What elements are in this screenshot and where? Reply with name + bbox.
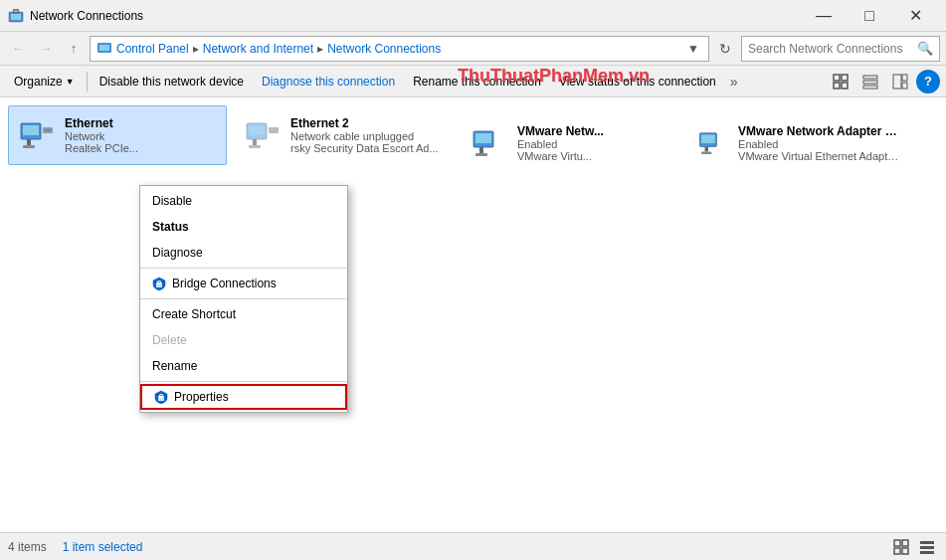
svg-rect-37 [158, 396, 164, 401]
close-button[interactable]: ✕ [892, 0, 938, 32]
vmware-type: Enabled [517, 138, 604, 150]
ethernet2-name: Ethernet 2 [290, 116, 439, 130]
ethernet-item[interactable]: Ethernet Network Realtek PCIe... [8, 105, 227, 165]
vmware-vmnet1-icon [696, 123, 730, 163]
ctx-sep-3 [140, 381, 347, 382]
svg-rect-21 [45, 129, 51, 131]
svg-rect-17 [23, 125, 39, 135]
breadcrumb-control-panel[interactable]: Control Panel [116, 42, 189, 56]
svg-rect-33 [705, 146, 708, 151]
ctx-diagnose[interactable]: Diagnose [140, 240, 347, 266]
svg-rect-39 [894, 540, 900, 546]
ethernet2-item[interactable]: Ethernet 2 Network cable unplugged rsky … [235, 105, 454, 165]
svg-rect-3 [14, 10, 18, 12]
svg-rect-26 [269, 127, 279, 133]
vmware-vmnet1-name: VMware Network Adapter VMnet1 [738, 124, 899, 138]
ctx-properties-label: Properties [174, 390, 229, 404]
ethernet2-adapter: rsky Security Data Escort Ad... [290, 142, 439, 154]
view-options-button[interactable] [827, 68, 854, 95]
svg-rect-7 [842, 75, 848, 81]
vmware-vmnet1-type: Enabled [738, 138, 899, 150]
more-options-button[interactable]: » [726, 68, 742, 95]
svg-rect-34 [701, 152, 711, 155]
watermark: ThuThuatPhanMem.vn [458, 66, 650, 87]
window-title: Network Connections [30, 9, 801, 23]
svg-rect-6 [834, 75, 840, 81]
svg-rect-23 [249, 125, 265, 135]
svg-rect-28 [475, 133, 491, 143]
diagnose-label: Diagnose this connection [262, 75, 395, 89]
svg-rect-1 [11, 14, 21, 20]
svg-rect-10 [863, 76, 877, 79]
ethernet-adapter: Realtek PCIe... [65, 142, 138, 154]
vmware-text: VMware Netw... Enabled VMware Virtu... [517, 124, 604, 162]
window-controls: — □ ✕ [801, 0, 938, 32]
vmware-item[interactable]: VMware Netw... Enabled VMware Virtu... [462, 113, 680, 173]
toolbar-right: ? [827, 68, 940, 95]
ctx-properties[interactable]: Properties [140, 384, 347, 410]
status-bar: 4 items 1 item selected [0, 532, 946, 560]
organize-button[interactable]: Organize ▼ [6, 68, 83, 95]
content-area: Ethernet Network Realtek PCIe... Etherne… [0, 97, 946, 532]
view-preview-button[interactable] [886, 68, 914, 95]
status-list-view-button[interactable] [916, 536, 938, 558]
properties-shield-icon [154, 390, 168, 404]
ctx-bridge-label: Bridge Connections [172, 277, 277, 290]
refresh-button[interactable]: ↻ [713, 36, 737, 62]
ctx-bridge-connections[interactable]: Bridge Connections [140, 271, 347, 296]
up-button[interactable]: ↑ [62, 37, 86, 61]
organize-label: Organize [14, 75, 63, 89]
vmware-vmnet1-adapter: VMware Virtual Ethernet Adapter ... [738, 150, 899, 162]
svg-rect-12 [863, 86, 877, 89]
breadcrumb-network-connections[interactable]: Network Connections [327, 42, 441, 56]
breadcrumb-dropdown-icon[interactable]: ▼ [684, 37, 702, 61]
svg-rect-45 [920, 551, 934, 554]
forward-button[interactable]: → [34, 37, 58, 61]
ctx-sep-1 [140, 268, 347, 269]
vmware-vmnet1-item[interactable]: VMware Network Adapter VMnet1 Enabled VM… [688, 113, 907, 173]
ctx-rename[interactable]: Rename [140, 353, 347, 379]
help-button[interactable]: ? [916, 70, 940, 93]
svg-rect-43 [920, 541, 934, 544]
svg-rect-13 [893, 75, 901, 89]
ethernet-icon [17, 115, 57, 155]
address-bar: ← → ↑ Control Panel ▸ Network and Intern… [0, 32, 946, 66]
items-selected: 1 item selected [63, 540, 143, 554]
svg-rect-11 [863, 81, 877, 84]
vmware-vmnet1-text: VMware Network Adapter VMnet1 Enabled VM… [738, 124, 899, 162]
view-details-button[interactable] [856, 68, 884, 95]
ctx-delete[interactable]: Delete [140, 327, 347, 353]
disable-network-button[interactable]: Disable this network device [92, 68, 252, 95]
svg-rect-30 [475, 153, 487, 156]
svg-rect-15 [902, 83, 907, 89]
search-input[interactable] [748, 42, 917, 56]
ctx-disable[interactable]: Disable [140, 188, 347, 214]
vmware-adapter: VMware Virtu... [517, 150, 604, 162]
svg-rect-32 [701, 134, 715, 143]
maximize-button[interactable]: □ [847, 0, 892, 32]
svg-rect-29 [479, 147, 483, 153]
svg-rect-24 [253, 139, 257, 145]
svg-rect-8 [834, 83, 840, 89]
main-pane: Ethernet Network Realtek PCIe... Etherne… [0, 97, 946, 532]
ctx-sep-2 [140, 298, 347, 299]
diagnose-button[interactable]: Diagnose this connection [254, 68, 403, 95]
ethernet-type: Network [65, 130, 138, 142]
status-view-controls [890, 536, 938, 558]
disable-label: Disable this network device [99, 75, 244, 89]
ctx-status[interactable]: Status [140, 214, 347, 240]
svg-rect-5 [99, 45, 109, 51]
ethernet2-icon [243, 115, 283, 155]
minimize-button[interactable]: — [801, 0, 847, 32]
breadcrumb-bar: Control Panel ▸ Network and Internet ▸ N… [90, 36, 709, 62]
search-icon[interactable]: 🔍 [917, 41, 933, 56]
toolbar-separator-1 [87, 72, 88, 92]
breadcrumb-network-internet[interactable]: Network and Internet [203, 42, 313, 56]
ctx-create-shortcut[interactable]: Create Shortcut [140, 301, 347, 327]
status-grid-view-button[interactable] [890, 536, 912, 558]
title-bar: Network Connections — □ ✕ [0, 0, 946, 32]
svg-rect-19 [23, 145, 35, 148]
bridge-shield-icon [152, 277, 166, 290]
back-button[interactable]: ← [6, 37, 30, 61]
breadcrumb-icon [96, 39, 112, 58]
